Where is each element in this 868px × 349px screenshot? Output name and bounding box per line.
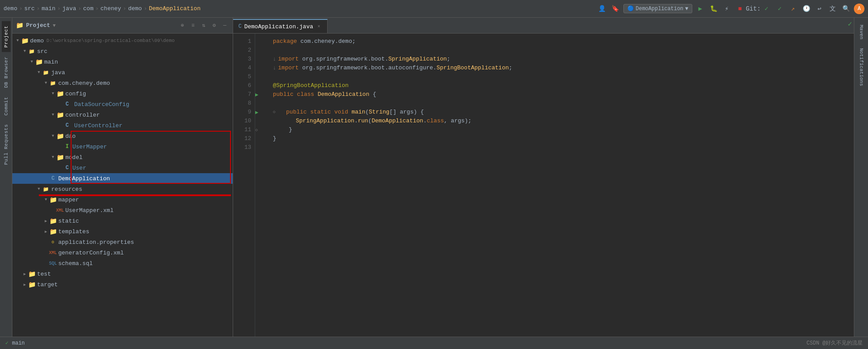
git-check1[interactable]: ✓ (761, 4, 772, 14)
bookmark-icon[interactable]: 🔖 (610, 4, 621, 14)
tab-label: DemoApplication.java (244, 23, 313, 30)
arrow-package[interactable]: ▼ (42, 80, 49, 87)
git-label-icon: Git: (748, 4, 759, 14)
tree-item-static[interactable]: ▶ 📁 static (12, 216, 233, 226)
vertical-panel-labels: Project DB Browser Commit Pull Requests (0, 18, 12, 337)
tab-demoapplication[interactable]: C DemoApplication.java × (233, 19, 328, 33)
tree-item-java[interactable]: ▼ 📁 java (12, 67, 233, 78)
folder-icon-java: 📁 (42, 69, 49, 76)
tab-close[interactable]: × (316, 23, 322, 30)
folder-icon-src: 📁 (28, 48, 35, 55)
search-icon[interactable]: 🔍 (841, 4, 851, 14)
folder-icon-config: 📁 (57, 90, 64, 97)
tree-item-demo[interactable]: ▼ 📁 demo D:\workspace\spring-practical-c… (12, 35, 233, 46)
class-icon-demoapplication: C (49, 175, 57, 182)
git-revert[interactable]: ↩ (814, 4, 825, 14)
arrow-model[interactable]: ▼ (49, 154, 57, 161)
arrow-templates[interactable]: ▶ (42, 228, 49, 235)
tree-item-config[interactable]: ▼ 📁 config (12, 88, 233, 99)
tree-item-usermapper-xml[interactable]: XML UserMapper.xml (12, 205, 233, 216)
arrow-dao[interactable]: ▼ (49, 133, 57, 140)
panel-actions: ⊕ ≡ ⇅ ⚙ — (178, 21, 229, 30)
settings-icon[interactable]: ⚙ (210, 21, 219, 30)
tree-item-datasource[interactable]: C DataSourceConfig (12, 99, 233, 110)
bc-com[interactable]: com (83, 5, 93, 12)
tree-item-target[interactable]: ▶ 📁 target (12, 279, 233, 290)
run-config[interactable]: 🔵 DemoApplication ▼ (623, 4, 692, 13)
arrow-mapper[interactable]: ▼ (42, 196, 49, 203)
tree-item-package[interactable]: ▼ 📁 com.cheney.demo (12, 78, 233, 88)
tree-item-templates[interactable]: ▶ 📁 templates (12, 226, 233, 237)
arrow-demo[interactable]: ▼ (14, 37, 21, 44)
build-icon[interactable]: ▶ (695, 4, 706, 14)
arrow-target[interactable]: ▶ (21, 281, 28, 288)
arrow-main[interactable]: ▼ (28, 58, 35, 65)
vcs-icon[interactable]: 👤 (597, 4, 608, 14)
label-demo: demo (30, 38, 44, 44)
folder-icon-main: 📁 (35, 58, 42, 65)
git-history[interactable]: 🕐 (801, 4, 811, 14)
tree-item-dao[interactable]: ▼ 📁 dao (12, 131, 233, 141)
code-area[interactable]: package com.cheney.demo; ↓import org.spr… (266, 34, 854, 337)
git-push[interactable]: ↗ (788, 4, 798, 14)
tree-item-usercontroller[interactable]: C UserController (12, 120, 233, 131)
tree-item-demoapplication[interactable]: C DemoApplication (12, 173, 233, 184)
notifications-label[interactable]: Notifications (857, 45, 866, 90)
fold-icon[interactable]: ⇅ (199, 21, 208, 30)
tree-item-appprops[interactable]: ⚙ application.properties (12, 237, 233, 247)
scroll-icon[interactable]: ≡ (189, 21, 197, 30)
stop-icon[interactable]: ■ (735, 4, 745, 14)
arrow-resources[interactable]: ▼ (35, 186, 42, 193)
xml-icon-usermapper: XML (57, 207, 64, 214)
profile-icon[interactable]: ⚡ (721, 4, 732, 14)
arrow-src[interactable]: ▼ (21, 48, 28, 55)
tree-item-resources[interactable]: ▼ 📁 resources (12, 184, 233, 194)
maven-label[interactable]: Maven (857, 21, 866, 43)
code-line-10: SpringApplication.run(DemoApplication.cl… (273, 117, 854, 125)
tree-item-schema[interactable]: SQL schema.sql (12, 258, 233, 269)
bc-demo[interactable]: demo (4, 5, 17, 12)
code-line-2 (273, 46, 854, 55)
tree-item-controller[interactable]: ▼ 📁 controller (12, 110, 233, 120)
bc-app[interactable]: DemoApplication (149, 5, 200, 12)
tree-item-user[interactable]: C User (12, 163, 233, 173)
bc-cheney[interactable]: cheney (101, 5, 121, 12)
main-layout: Project DB Browser Commit Pull Requests … (0, 18, 868, 337)
tree-item-test[interactable]: ▶ 📁 test (12, 269, 233, 279)
bc-main[interactable]: main (42, 5, 55, 12)
arrow-test[interactable]: ▶ (21, 270, 28, 277)
label-mapper: mapper (58, 197, 79, 203)
locate-icon[interactable]: ⊕ (178, 21, 187, 30)
arrow-java[interactable]: ▼ (35, 69, 42, 76)
tree-item-mapper[interactable]: ▼ 📁 mapper (12, 194, 233, 205)
label-usermapper: UserMapper (72, 144, 107, 150)
bc-src[interactable]: src (24, 5, 34, 12)
avatar[interactable]: A (854, 4, 864, 14)
tree-item-genconfig[interactable]: XML generatorConfig.xml (12, 247, 233, 258)
bc-java[interactable]: java (62, 5, 76, 12)
tree-area[interactable]: ▼ 📁 demo D:\workspace\spring-practical-c… (12, 34, 233, 337)
git-check2[interactable]: ✓ (774, 4, 785, 14)
bc-demo2[interactable]: demo (128, 5, 142, 12)
tree-item-model[interactable]: ▼ 📁 model (12, 152, 233, 163)
commit-label[interactable]: Commit (2, 92, 11, 120)
tree-item-main[interactable]: ▼ 📁 main (12, 57, 233, 67)
code-line-3: ↓import org.springframework.boot.SpringA… (273, 55, 854, 64)
label-test: test (37, 271, 51, 277)
db-browser-label[interactable]: DB Browser (2, 52, 11, 92)
arrow-static[interactable]: ▶ (42, 217, 49, 224)
debug-icon[interactable]: 🐛 (708, 4, 719, 14)
props-icon: ⚙ (49, 239, 57, 246)
tree-item-src[interactable]: ▼ 📁 src (12, 46, 233, 57)
run-btn-7[interactable]: ▶ (255, 90, 266, 99)
project-panel-label[interactable]: Project (2, 21, 11, 52)
arrow-controller[interactable]: ▼ (49, 111, 57, 118)
arrow-config[interactable]: ▼ (49, 90, 57, 97)
pull-requests-label[interactable]: Pull Requests (2, 120, 11, 169)
translate-icon[interactable]: 文 (827, 4, 838, 14)
label-demoapplication: DemoApplication (58, 175, 110, 182)
minimize-icon[interactable]: — (220, 21, 229, 30)
label-genconfig: generatorConfig.xml (58, 250, 124, 256)
run-btn-9[interactable]: ▶ (255, 108, 266, 117)
tree-item-usermapper[interactable]: I UserMapper (12, 141, 233, 152)
